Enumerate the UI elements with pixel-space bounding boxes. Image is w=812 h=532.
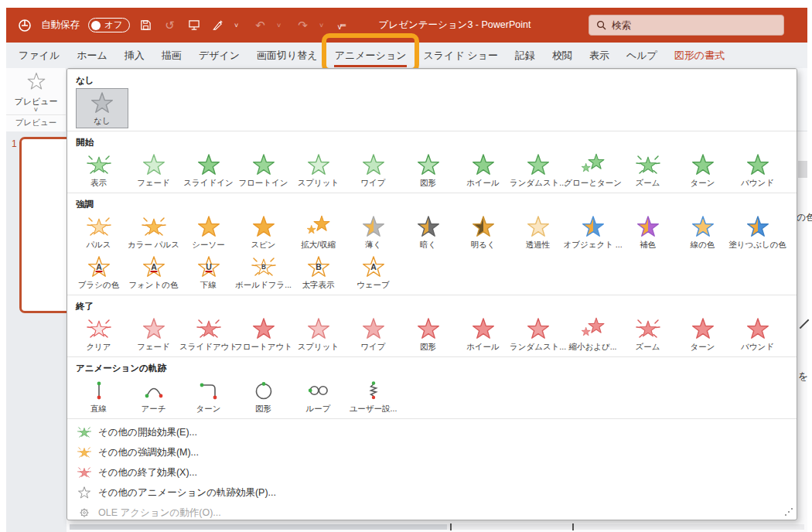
- ribbon-tab-2[interactable]: 挿入: [116, 43, 153, 68]
- effect-exit-turn[interactable]: ターン: [675, 314, 730, 354]
- ribbon-tab-1[interactable]: ホーム: [68, 43, 116, 68]
- effect-exit-wipe[interactable]: ワイプ: [346, 314, 401, 354]
- effect-emphasis-complementary-color[interactable]: 補色: [620, 212, 675, 252]
- effect-entrance-split[interactable]: スプリット: [291, 150, 346, 190]
- effect-emphasis-pulse[interactable]: パルス: [71, 212, 126, 252]
- effect-emphasis-font-color[interactable]: Aフォントの色: [126, 252, 181, 292]
- effect-motion-lines[interactable]: 直線: [71, 376, 126, 416]
- undo-dropdown-caret-icon[interactable]: ˅: [271, 18, 287, 33]
- slideshow-from-beginning-icon[interactable]: [186, 18, 202, 33]
- effect-motion-loops[interactable]: ループ: [291, 376, 346, 416]
- effect-entrance-turn[interactable]: ターン: [675, 150, 730, 190]
- customize-quick-access-toolbar-icon[interactable]: ═˅: [338, 18, 353, 33]
- effect-emphasis-underline[interactable]: U下線: [181, 252, 236, 292]
- effect-label: スライドイン: [183, 178, 233, 189]
- entrance-appear-icon: [87, 152, 111, 177]
- slide-thumbnail[interactable]: [19, 137, 73, 313]
- redo-icon[interactable]: ↷: [295, 18, 311, 33]
- effect-emphasis-line-color[interactable]: 線の色: [675, 212, 730, 252]
- effect-entrance-float-in[interactable]: フロートイン: [236, 150, 291, 190]
- effect-emphasis-darken[interactable]: 暗く: [401, 212, 455, 252]
- effect-entrance-random-bars[interactable]: ランダムスト...: [510, 150, 565, 190]
- effect-entrance-shape[interactable]: 図形: [401, 150, 455, 190]
- ribbon-tab-label: スライド ショー: [423, 49, 497, 63]
- search-box[interactable]: [589, 15, 784, 36]
- motion-arcs-icon: [142, 378, 166, 403]
- ribbon-tab-0[interactable]: ファイル: [10, 43, 68, 68]
- undo-icon[interactable]: ↶: [253, 18, 268, 33]
- effect-entrance-fade[interactable]: フェード: [126, 150, 181, 190]
- ribbon-tab-5[interactable]: 画面切り替え: [248, 43, 326, 68]
- effect-emphasis-object-color[interactable]: オブジェクト ...: [565, 212, 620, 252]
- menu-item-more-motion-paths[interactable]: その他のアニメーションの軌跡効果(P)...: [67, 483, 797, 503]
- ribbon-tab-12[interactable]: 図形の書式: [666, 43, 733, 68]
- effect-emphasis-spin[interactable]: スピン: [236, 212, 291, 252]
- effect-entrance-wheel[interactable]: ホイール: [455, 150, 510, 190]
- preview-group-label: プレビュー: [6, 114, 66, 131]
- effect-emphasis-color-pulse[interactable]: カラー パルス: [126, 212, 181, 252]
- effect-emphasis-lighten[interactable]: 明るく: [455, 212, 510, 252]
- preview-button[interactable]: プレビュー ˅: [14, 68, 57, 114]
- effect-entrance-grow-turn[interactable]: グローとターン: [565, 150, 620, 190]
- effect-motion-turns[interactable]: ターン: [181, 376, 236, 416]
- effect-none[interactable]: なし: [76, 88, 128, 128]
- effect-emphasis-fill-color[interactable]: 塗りつぶしの色: [730, 212, 785, 252]
- search-input[interactable]: [612, 20, 759, 31]
- effect-entrance-bounce[interactable]: バウンド: [730, 150, 785, 190]
- ribbon-tab-7[interactable]: スライド ショー: [415, 43, 506, 68]
- effect-emphasis-desaturate[interactable]: 薄く: [346, 212, 401, 252]
- effect-exit-wheel[interactable]: ホイール: [455, 314, 510, 354]
- effect-label: 透過性: [526, 240, 551, 251]
- effect-exit-disappear[interactable]: クリア: [71, 314, 126, 354]
- save-icon[interactable]: [138, 18, 154, 33]
- effect-entrance-zoom[interactable]: ズーム: [620, 150, 675, 190]
- redo-dropdown-caret-icon[interactable]: ˅: [314, 18, 329, 33]
- ribbon-tab-6[interactable]: アニメーション: [326, 43, 415, 68]
- pen-tool-icon[interactable]: [210, 18, 226, 33]
- effect-emphasis-brush-color[interactable]: Aブラシの色: [71, 252, 126, 292]
- ribbon-tab-9[interactable]: 校閲: [544, 43, 581, 68]
- menu-item-more-exit-effects[interactable]: その他の終了効果(X)...: [67, 462, 797, 483]
- effect-exit-fade[interactable]: フェード: [126, 314, 181, 354]
- ribbon-tab-8[interactable]: 記録: [507, 43, 544, 68]
- effect-exit-float-out[interactable]: フロートアウト: [236, 314, 291, 354]
- effect-emphasis-transparency[interactable]: 透過性: [510, 212, 565, 252]
- ribbon-tab-10[interactable]: 表示: [581, 43, 618, 68]
- resize-grip[interactable]: [791, 508, 793, 510]
- effect-exit-zoom[interactable]: ズーム: [620, 314, 675, 354]
- refresh-icon[interactable]: ↺: [162, 18, 178, 33]
- effect-exit-bounce[interactable]: バウンド: [730, 314, 785, 354]
- effect-motion-custom-path[interactable]: ユーザー設...: [346, 376, 401, 416]
- effect-exit-fly-out[interactable]: スライドアウト: [181, 314, 236, 354]
- effect-emphasis-bold-reveal[interactable]: B太字表示: [291, 252, 346, 292]
- emphasis-complementary-color-icon: [636, 214, 660, 239]
- effect-entrance-wipe[interactable]: ワイプ: [346, 150, 401, 190]
- hidden-line-fragment: [800, 319, 810, 329]
- menu-item-more-entrance-effects[interactable]: その他の開始効果(E)...: [67, 422, 797, 442]
- ribbon-tab-3[interactable]: 描画: [153, 43, 190, 68]
- effect-exit-split[interactable]: スプリット: [291, 314, 346, 354]
- ribbon-tab-4[interactable]: デザイン: [190, 43, 248, 68]
- effect-exit-shrink-turn[interactable]: 縮小および...: [565, 314, 620, 354]
- effect-exit-shape[interactable]: 図形: [401, 314, 455, 354]
- effect-motion-shapes[interactable]: 図形: [236, 376, 291, 416]
- exit-bounce-icon: [745, 316, 770, 341]
- effect-emphasis-grow-shrink[interactable]: 拡大/収縮: [291, 212, 346, 252]
- effect-emphasis-bold-flash[interactable]: Bボールドフラ...: [236, 252, 291, 292]
- emphasis-underline-icon: U: [196, 254, 221, 279]
- effect-entrance-fly-in[interactable]: スライドイン: [181, 150, 236, 190]
- more-exit-effects-icon: [77, 466, 91, 479]
- autosave-state: オフ: [104, 19, 123, 31]
- effect-label: ホイール: [466, 342, 500, 353]
- effect-entrance-appear[interactable]: 表示: [71, 150, 126, 190]
- ribbon-tab-11[interactable]: ヘルプ: [618, 43, 666, 68]
- pen-dropdown-caret-icon[interactable]: ˅: [229, 18, 244, 33]
- effect-label: ウェーブ: [357, 280, 390, 291]
- effect-motion-arcs[interactable]: アーチ: [126, 376, 181, 416]
- menu-item-more-emphasis-effects[interactable]: その他の強調効果(M)...: [67, 442, 797, 462]
- effect-emphasis-teeter[interactable]: シーソー: [181, 212, 236, 252]
- autosave-toggle[interactable]: オフ: [88, 18, 130, 32]
- effect-exit-random-bars[interactable]: ランダムスト...: [510, 314, 565, 354]
- emphasis-brush-color-icon: A: [87, 254, 111, 279]
- effect-emphasis-wave[interactable]: Aウェーブ: [346, 252, 401, 292]
